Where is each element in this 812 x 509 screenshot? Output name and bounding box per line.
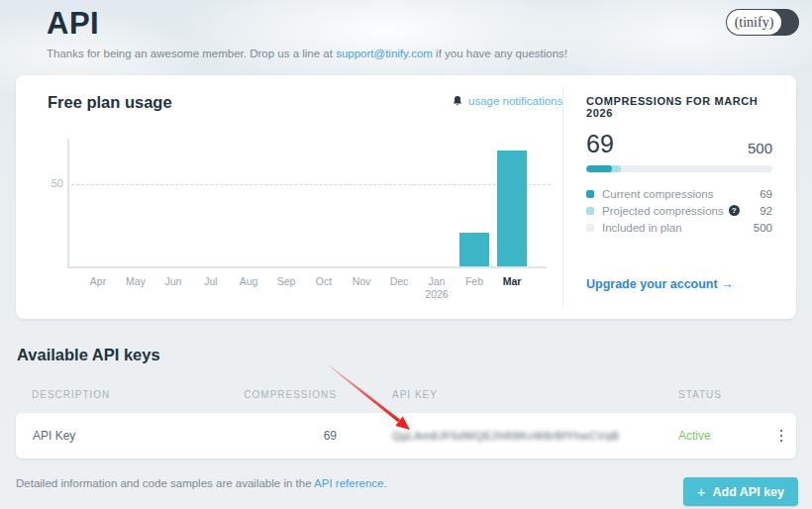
tinify-logo[interactable]: (tinify): [726, 9, 799, 36]
legend-label: Included in plan: [602, 222, 754, 234]
bell-icon: [452, 95, 463, 107]
row-options-kebab-menu[interactable]: [770, 425, 792, 447]
x-axis-label-feb: Feb: [456, 275, 493, 288]
usage-notifications-link[interactable]: usage notifications: [452, 95, 562, 107]
arrow-right-icon: →: [721, 277, 734, 291]
x-axis-label-mar: Mar: [493, 275, 531, 288]
api-reference-link[interactable]: API reference.: [314, 477, 387, 489]
x-axis-label-sep: Sep: [267, 275, 305, 288]
plan-limit-count: 500: [748, 140, 772, 156]
api-key-value-blurred: QgLAm8JF5dWQE2hR8KvW8rBfYhwCVqB: [392, 413, 619, 458]
api-key-description: API Key: [33, 413, 75, 458]
tinify-logo-label: (tinify): [727, 10, 781, 35]
compressions-panel-title: Compressions for March 2026: [586, 95, 772, 119]
bar-feb: [459, 233, 489, 266]
page-title: API: [47, 6, 99, 42]
api-key-table-row: API Key 69 QgLAm8JF5dWQE2hR8KvW8rBfYhwCV…: [16, 413, 796, 458]
x-axis-label-jul: Jul: [192, 275, 230, 288]
y-axis-tick-label: 50: [44, 177, 63, 189]
legend-row-2: Included in plan500: [586, 219, 772, 236]
x-axis-label-may: May: [117, 275, 154, 288]
legend-swatch: [586, 224, 594, 232]
legend-value: 92: [760, 205, 772, 217]
legend-swatch: [586, 207, 594, 215]
column-header-status: Status: [678, 389, 722, 400]
upgrade-account-label: Upgrade your account: [586, 277, 718, 291]
api-key-compressions-value: 69: [238, 413, 337, 458]
api-keys-section-title: Available API keys: [17, 346, 160, 364]
help-icon[interactable]: ?: [729, 205, 740, 216]
x-axis-label-jan: Jan2026: [418, 275, 456, 301]
compressions-legend: Current compressions69Projected compress…: [586, 185, 772, 236]
free-plan-usage-card: Free plan usage usage notifications 50 A…: [16, 75, 796, 319]
x-axis-label-dec: Dec: [380, 275, 418, 288]
support-email-link[interactable]: support@tinify.com: [336, 48, 433, 59]
bar-mar: [497, 151, 527, 266]
legend-swatch: [586, 190, 594, 198]
x-axis-label-apr: Apr: [79, 275, 117, 288]
usage-card-title: Free plan usage: [48, 93, 172, 112]
api-reference-note: Detailed information and code samples ar…: [16, 477, 387, 489]
compressions-panel: Compressions for March 2026 69 500 Curre…: [586, 95, 772, 236]
usage-notifications-label: usage notifications: [468, 95, 562, 107]
footer-note-text: Detailed information and code samples ar…: [16, 477, 314, 489]
chart-gridline-50: [71, 184, 551, 185]
member-subtitle: Thanks for being an awesome member. Drop…: [47, 48, 567, 59]
subtitle-text: if you have any questions!: [433, 48, 567, 59]
plus-icon: +: [697, 484, 706, 499]
column-header-api-key: API key: [392, 389, 438, 400]
x-axis-label-oct: Oct: [305, 275, 343, 288]
compressions-progress-bar: [586, 165, 772, 172]
x-axis-label-nov: Nov: [343, 275, 380, 288]
card-divider: [562, 87, 563, 307]
current-progress-segment: [586, 165, 612, 172]
legend-value: 500: [754, 222, 772, 234]
legend-label: Projected compressions?: [602, 205, 760, 217]
current-compressions-count: 69: [586, 131, 614, 156]
x-axis-label-jun: Jun: [154, 275, 192, 288]
legend-row-0: Current compressions69: [586, 185, 772, 202]
x-axis-label-aug: Aug: [230, 275, 267, 288]
add-api-key-label: Add API key: [713, 485, 784, 499]
bar-chart-plot: 50 AprMayJunJulAugSepOctNovDecJan2026Feb…: [67, 139, 547, 268]
upgrade-account-link[interactable]: Upgrade your account →: [586, 277, 734, 291]
legend-label: Current compressions: [602, 188, 760, 200]
add-api-key-button[interactable]: + Add API key: [683, 477, 798, 506]
subtitle-text: Thanks for being an awesome member. Drop…: [47, 48, 336, 59]
column-header-compressions: Compressions: [238, 389, 337, 400]
legend-value: 69: [760, 188, 772, 200]
legend-row-1: Projected compressions?92: [586, 202, 772, 219]
column-header-description: Description: [32, 389, 110, 400]
api-key-status-badge: Active: [678, 413, 711, 458]
